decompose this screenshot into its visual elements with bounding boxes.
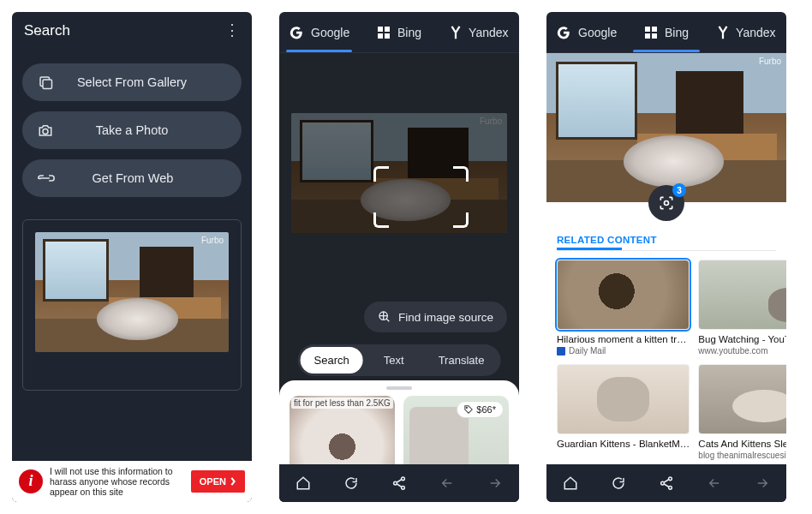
chevron-right-icon: [230, 477, 236, 486]
svg-rect-14: [645, 33, 650, 39]
svg-rect-13: [652, 27, 657, 32]
svg-rect-1: [43, 80, 52, 89]
svg-rect-15: [652, 33, 657, 39]
lens-count-badge: 3: [672, 183, 686, 197]
yandex-icon: [717, 25, 729, 40]
search-globe-icon: [378, 310, 391, 324]
svg-rect-12: [645, 27, 650, 32]
result-card[interactable]: fit for pet less than 2.5KG: [290, 396, 395, 461]
related-card[interactable]: Hilarious moment a kitten tr… Daily Mail: [557, 260, 690, 356]
svg-rect-3: [378, 27, 383, 32]
bottom-nav: [546, 464, 786, 502]
home-icon[interactable]: [295, 475, 312, 492]
query-image[interactable]: Furbo: [291, 113, 507, 233]
favicon: [557, 347, 565, 356]
tab-google[interactable]: Google: [279, 12, 359, 52]
reload-icon[interactable]: [343, 475, 360, 492]
find-image-source-button[interactable]: Find image source: [364, 302, 507, 332]
watermark: Furbo: [201, 236, 224, 245]
tab-yandex[interactable]: Yandex: [439, 12, 519, 52]
svg-point-2: [43, 129, 48, 134]
camera-icon: [38, 123, 53, 137]
related-card[interactable]: Bug Watching - YouTube www.youtube.com: [698, 260, 786, 356]
forward-icon[interactable]: [754, 475, 771, 492]
select-gallery-label: Select From Gallery: [53, 75, 226, 89]
tab-bing[interactable]: Bing: [359, 12, 439, 52]
back-icon[interactable]: [706, 475, 723, 492]
price-chip: $66*: [457, 401, 504, 418]
link-icon: [38, 172, 55, 184]
chip-text[interactable]: Text: [370, 347, 418, 374]
result-caption: fit for pet less than 2.5KG: [291, 397, 393, 409]
card-title: Bug Watching - YouTube: [698, 334, 786, 344]
forward-icon[interactable]: [487, 475, 504, 492]
crop-handles[interactable]: [373, 166, 469, 229]
google-icon: [556, 25, 571, 40]
svg-rect-4: [385, 27, 390, 32]
chip-search[interactable]: Search: [301, 347, 363, 374]
related-card[interactable]: Cats And Kittens Sleeping I… blog theani…: [698, 364, 786, 460]
image-preview-box[interactable]: Furbo: [22, 219, 242, 391]
get-web-label: Get From Web: [55, 171, 226, 185]
reload-icon[interactable]: [610, 475, 627, 492]
screen-google-results: Google Bing Yandex Furbo Find image sour…: [279, 12, 519, 502]
overflow-menu-icon[interactable]: ⋮: [224, 27, 240, 33]
gallery-icon: [38, 75, 53, 90]
ad-banner[interactable]: i I will not use this information to har…: [12, 461, 252, 502]
ad-open-button[interactable]: OPEN: [191, 470, 245, 493]
take-photo-button[interactable]: Take a Photo: [22, 111, 242, 149]
card-title: Guardian Kittens - BlanketM…: [557, 439, 690, 449]
results-sheet[interactable]: fit for pet less than 2.5KG $66* ebayeBa…: [279, 380, 519, 464]
google-icon: [289, 25, 304, 40]
result-card[interactable]: $66* ebayeBay Catry 4-level Grey: [403, 396, 509, 461]
bottom-nav: [279, 464, 519, 502]
svg-rect-5: [378, 33, 383, 39]
take-photo-label: Take a Photo: [53, 123, 226, 137]
tab-bing[interactable]: Bing: [626, 12, 706, 52]
svg-point-8: [467, 407, 468, 408]
back-icon[interactable]: [439, 475, 456, 492]
tab-google[interactable]: Google: [546, 12, 626, 52]
yandex-icon: [450, 25, 462, 40]
bing-icon: [644, 26, 658, 39]
lens-icon: [658, 194, 675, 212]
card-title: Hilarious moment a kitten tr…: [557, 334, 690, 344]
share-icon[interactable]: [391, 475, 408, 492]
related-heading: RELATED CONTENT: [546, 221, 786, 250]
ad-text: I will not use this information to haras…: [50, 466, 184, 497]
visual-search-button[interactable]: 3: [648, 185, 684, 221]
home-icon[interactable]: [562, 475, 579, 492]
mode-chips: Search Text Translate: [298, 344, 501, 376]
related-card[interactable]: Guardian Kittens - BlanketM…: [557, 364, 690, 460]
watermark: Furbo: [759, 57, 781, 66]
svg-rect-6: [385, 33, 390, 39]
bing-icon: [377, 26, 391, 39]
tag-icon: [464, 405, 473, 414]
get-web-button[interactable]: Get From Web: [22, 159, 242, 197]
query-image[interactable]: Furbo: [546, 53, 786, 202]
screen-bing-results: Google Bing Yandex Furbo 3 RELATED CONTE…: [546, 12, 786, 502]
svg-point-16: [665, 201, 669, 206]
info-icon: i: [19, 469, 43, 493]
tab-yandex[interactable]: Yandex: [707, 12, 786, 52]
select-gallery-button[interactable]: Select From Gallery: [22, 63, 242, 101]
screen-search: Search ⋮ Select From Gallery Take a Phot…: [12, 12, 252, 502]
share-icon[interactable]: [658, 475, 675, 492]
page-title: Search: [24, 22, 70, 39]
card-title: Cats And Kittens Sleeping I…: [698, 439, 786, 449]
adchoices-icon[interactable]: ►: [12, 499, 18, 502]
chip-translate[interactable]: Translate: [425, 347, 499, 374]
